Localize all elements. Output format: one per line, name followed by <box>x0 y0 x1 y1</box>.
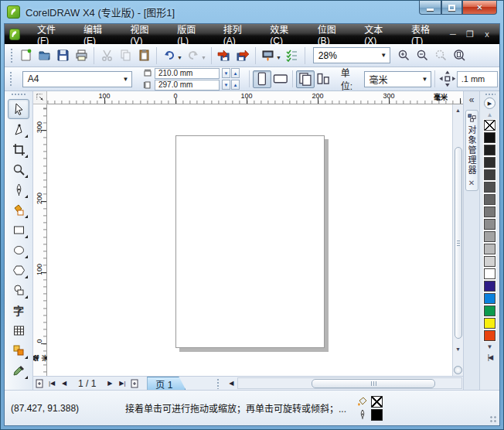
horizontal-ruler[interactable]: 100 0 100 200 300 毫米 <box>47 91 463 104</box>
nudge-offset-button[interactable] <box>438 70 457 88</box>
new-document-button[interactable] <box>16 46 35 65</box>
child-restore-icon[interactable]: ❐ <box>465 29 475 39</box>
freehand-tool[interactable] <box>8 179 29 200</box>
paper-height-spinner[interactable]: ▼▲ <box>222 80 240 90</box>
export-button[interactable] <box>233 46 252 65</box>
spin-up-icon[interactable]: ▲ <box>231 80 240 90</box>
close-button[interactable]: ✕ <box>462 1 497 15</box>
import-button[interactable] <box>215 46 233 65</box>
horizontal-scrollbar[interactable] <box>237 377 462 389</box>
toolbox-grip[interactable] <box>11 93 26 97</box>
color-swatch[interactable] <box>483 243 496 255</box>
zoom-selected-button[interactable] <box>432 46 451 65</box>
color-swatch[interactable] <box>483 230 496 243</box>
horizontal-scroll-thumb[interactable] <box>312 379 435 388</box>
scroll-left-icon[interactable]: ◀ <box>225 377 237 390</box>
palette-expand-icon[interactable]: |◀ <box>488 353 492 361</box>
resize-grip[interactable] <box>489 415 497 423</box>
color-swatch[interactable] <box>483 144 496 156</box>
add-page-button[interactable] <box>33 377 46 390</box>
chevron-down-icon[interactable]: ▼ <box>378 48 390 63</box>
nudge-offset-field[interactable]: .1 mm <box>457 71 498 87</box>
add-page-button[interactable] <box>128 377 141 390</box>
navigator-splitter[interactable] <box>216 378 220 389</box>
zoom-out-button[interactable] <box>414 46 432 65</box>
launcher-dropdown-icon[interactable]: ▼ <box>276 55 281 60</box>
minimize-button[interactable] <box>419 1 441 15</box>
options-button[interactable] <box>283 46 301 65</box>
docker-tab-object-manager[interactable]: 对象管理器 ✕ <box>465 110 478 191</box>
docker-collapse-icon[interactable]: « <box>469 94 475 105</box>
next-page-button[interactable]: ▶ <box>104 377 116 390</box>
paper-width-spinner[interactable]: ▼▲ <box>222 68 240 78</box>
redo-button[interactable] <box>184 46 203 65</box>
toolbar-grip[interactable] <box>9 48 14 63</box>
color-swatch[interactable] <box>483 329 496 342</box>
shape-tool[interactable] <box>8 119 29 139</box>
palette-flyout-button[interactable]: ▶ <box>484 97 495 109</box>
color-swatch[interactable] <box>483 317 496 329</box>
save-button[interactable] <box>53 46 72 65</box>
ruler-origin-button[interactable] <box>33 91 47 104</box>
portrait-button[interactable] <box>253 70 271 88</box>
zoom-in-button[interactable] <box>395 46 414 65</box>
page-tab[interactable]: 页 1 <box>147 377 186 390</box>
zoom-level-combo[interactable]: 28% ▼ <box>313 47 390 63</box>
text-tool[interactable]: 字 <box>8 300 29 320</box>
color-swatch[interactable] <box>483 218 496 230</box>
ellipse-tool[interactable] <box>8 240 29 260</box>
color-swatch[interactable] <box>483 131 496 144</box>
page[interactable] <box>175 135 325 348</box>
palette-grip[interactable] <box>485 93 495 97</box>
zoom-tool[interactable] <box>8 159 29 179</box>
units-combo[interactable]: 毫米 ▼ <box>364 71 431 87</box>
print-button[interactable] <box>72 46 90 65</box>
smart-fill-tool[interactable] <box>8 200 29 220</box>
color-swatch[interactable] <box>483 268 496 280</box>
chevron-down-icon[interactable]: ▼ <box>120 72 131 87</box>
application-launcher-button[interactable] <box>259 46 278 65</box>
zoom-to-page-button[interactable] <box>451 46 469 65</box>
copy-button[interactable] <box>116 46 135 65</box>
all-pages-button[interactable] <box>296 70 315 88</box>
spin-up-icon[interactable]: ▲ <box>231 68 240 78</box>
palette-scroll-up-icon[interactable]: ▲ <box>487 110 493 119</box>
color-swatch[interactable] <box>483 156 496 169</box>
crop-tool[interactable] <box>8 139 29 159</box>
color-swatch[interactable] <box>483 292 496 305</box>
undo-dropdown-icon[interactable]: ▼ <box>177 55 182 60</box>
paste-button[interactable] <box>135 46 153 65</box>
rectangle-tool[interactable] <box>8 220 29 240</box>
vertical-ruler[interactable]: 300 200 100 0 毫米 <box>33 104 47 376</box>
color-swatch[interactable] <box>483 193 496 206</box>
spin-down-icon[interactable]: ▼ <box>222 80 230 90</box>
outline-color-swatch[interactable] <box>371 409 383 421</box>
propbar-grip[interactable] <box>9 71 14 87</box>
canvas[interactable] <box>47 104 452 376</box>
maximize-button[interactable] <box>441 1 462 15</box>
vertical-scroll-thumb[interactable] <box>455 147 462 339</box>
table-tool[interactable] <box>8 320 29 340</box>
spin-down-icon[interactable]: ▼ <box>222 68 230 78</box>
basic-shapes-tool[interactable] <box>8 280 29 300</box>
fill-color-swatch[interactable] <box>371 396 383 408</box>
child-close-icon[interactable]: x <box>482 29 492 39</box>
cut-button[interactable] <box>97 46 116 65</box>
undo-button[interactable] <box>160 46 179 65</box>
paper-size-combo[interactable]: A4 ▼ <box>22 71 132 87</box>
blend-tool[interactable] <box>8 340 29 360</box>
scroll-up-icon[interactable]: ▲ <box>453 104 464 116</box>
pick-tool[interactable] <box>8 99 29 119</box>
color-swatch[interactable] <box>483 305 496 317</box>
color-swatch[interactable] <box>483 169 496 181</box>
docker-close-icon[interactable]: ✕ <box>468 179 475 187</box>
color-swatch[interactable] <box>483 206 496 218</box>
color-swatch[interactable] <box>483 255 496 268</box>
redo-dropdown-icon[interactable]: ▼ <box>201 55 206 60</box>
scroll-down-icon[interactable]: ▼ <box>453 343 464 355</box>
vertical-scrollbar[interactable]: ▲ ▼ <box>452 104 463 376</box>
first-page-button[interactable]: |◀ <box>46 377 58 390</box>
previous-page-button[interactable]: ◀ <box>58 377 70 390</box>
paper-width-field[interactable]: 210.0 mm <box>155 68 220 79</box>
landscape-button[interactable] <box>271 70 290 88</box>
